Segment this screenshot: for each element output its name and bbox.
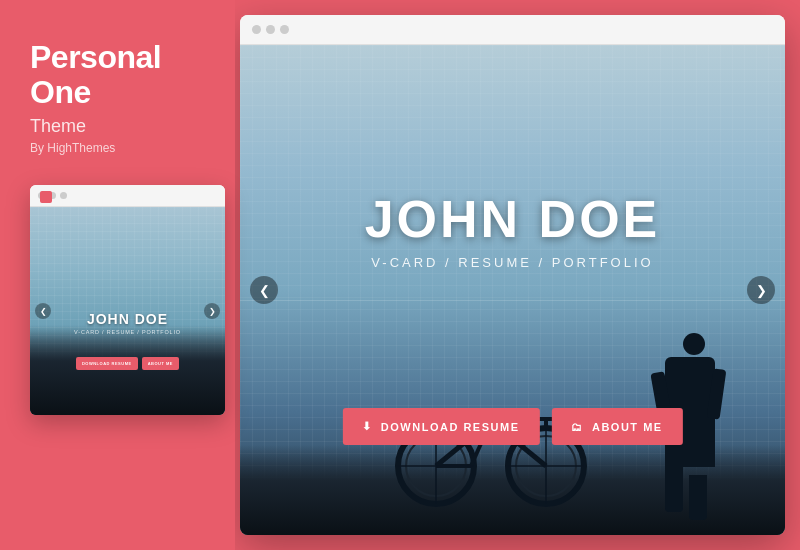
about-me-label: ABOUT ME [592,421,663,433]
main-prev-arrow[interactable]: ❮ [250,276,278,304]
about-icon: 🗂 [571,421,584,433]
main-next-arrow[interactable]: ❯ [747,276,775,304]
small-download-btn[interactable]: DOWNLOAD RESUME [76,357,138,370]
small-cta-buttons: DOWNLOAD RESUME ABOUT ME [30,357,225,370]
download-icon: ⬇ [362,420,373,433]
theme-author: By HighThemes [30,141,205,155]
horizon-line [240,300,785,301]
small-preview-content: JOHN DOE V-CARD / RESUME / PORTFOLIO DOW… [30,207,225,415]
small-favicon [40,191,52,203]
main-desktop-preview: JOHN DOE V-CARD / RESUME / PORTFOLIO ⬇ D… [240,15,785,535]
left-panel: Personal One Theme By HighThemes JOHN DO… [0,0,235,550]
main-hero-text: JOHN DOE V-CARD / RESUME / PORTFOLIO [365,193,661,270]
theme-subtitle: Theme [30,116,205,137]
dot-3 [60,192,67,199]
small-device-preview: JOHN DOE V-CARD / RESUME / PORTFOLIO DOW… [30,185,225,415]
main-titlebar [240,15,785,45]
main-hero-name: JOHN DOE [365,193,661,245]
small-titlebar [30,185,225,207]
main-preview-content: JOHN DOE V-CARD / RESUME / PORTFOLIO ⬇ D… [240,45,785,535]
download-resume-label: DOWNLOAD RESUME [381,421,520,433]
small-hero-name: JOHN DOE [30,311,225,327]
about-me-button[interactable]: 🗂 ABOUT ME [551,408,682,445]
main-dot-2 [266,25,275,34]
main-cta-buttons: ⬇ DOWNLOAD RESUME 🗂 ABOUT ME [342,408,682,445]
download-resume-button[interactable]: ⬇ DOWNLOAD RESUME [342,408,539,445]
theme-title: Personal One [30,40,205,110]
main-dot-3 [280,25,289,34]
small-about-btn[interactable]: ABOUT ME [142,357,179,370]
small-hero-role: V-CARD / RESUME / PORTFOLIO [30,329,225,335]
small-prev-arrow[interactable]: ❮ [35,303,51,319]
small-ground [30,325,225,415]
small-next-arrow[interactable]: ❯ [204,303,220,319]
small-hero-text: JOHN DOE V-CARD / RESUME / PORTFOLIO [30,311,225,335]
main-hero-role: V-CARD / RESUME / PORTFOLIO [365,255,661,270]
main-dot-1 [252,25,261,34]
